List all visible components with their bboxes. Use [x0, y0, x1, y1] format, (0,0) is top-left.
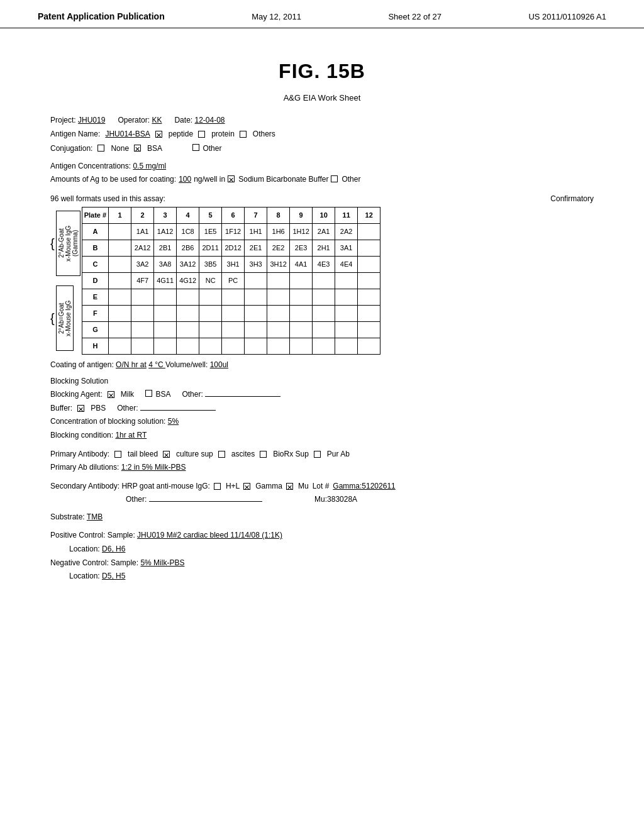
row-label-H: H	[82, 338, 108, 354]
peptide-checkbox[interactable]	[155, 131, 162, 138]
col-header-3: 3	[154, 207, 177, 223]
cell-E-9	[290, 289, 313, 305]
neg-sample-value: 5% Milk-PBS	[140, 558, 184, 567]
pbs-label: PBS	[91, 402, 106, 416]
ascites-checkbox[interactable]	[218, 451, 225, 458]
cell-F-9	[290, 305, 313, 321]
row-label-E: E	[82, 289, 108, 305]
coating-volume: 100ul	[210, 360, 228, 369]
cell-A-2: 1A1	[131, 223, 154, 240]
milk-checkbox[interactable]	[108, 391, 114, 398]
header-publication: Patent Application Publication	[38, 11, 165, 21]
others-checkbox[interactable]	[240, 131, 247, 138]
sodium-bicarb-label: Sodium Bicarbonate Buffer	[238, 173, 328, 185]
cell-E-6	[222, 289, 245, 305]
pos-sample-value: JHU019 M#2 cardiac bleed 11/14/08 (1:1K)	[137, 531, 282, 540]
col-header-12: 12	[358, 207, 380, 223]
cell-F-10	[313, 305, 335, 321]
antigen-block: Antigen Concentrations: 0.5 mg/ml Amount…	[50, 160, 594, 185]
cell-A-6: 1F12	[222, 223, 245, 240]
hl-checkbox[interactable]	[214, 483, 221, 490]
cell-C-3: 3A8	[154, 256, 177, 272]
cell-F-12	[358, 305, 380, 321]
lot-value: Gamma:51202611	[333, 480, 395, 494]
cell-D-11	[335, 272, 358, 289]
col-header-plate: Plate #	[82, 207, 108, 223]
purab-checkbox[interactable]	[314, 451, 321, 458]
cell-E-1	[109, 289, 131, 305]
none-label: None	[111, 142, 129, 155]
operator-label: Operator: KK	[118, 114, 162, 126]
culture-checkbox[interactable]	[163, 451, 170, 458]
cell-F-1	[109, 305, 131, 321]
protein-label: protein	[211, 128, 235, 140]
cell-H-7	[245, 338, 267, 354]
cell-D-2: 4F7	[131, 272, 154, 289]
other-label: Other	[203, 144, 221, 153]
substrate-label: Substrate:	[50, 512, 85, 521]
row-label-A: A	[82, 223, 108, 240]
col-header-11: 11	[335, 207, 358, 223]
neg-location-value: D5, H5	[102, 572, 125, 580]
cell-B-1	[109, 240, 131, 256]
table-row: H	[82, 338, 380, 354]
header-sheet: Sheet 22 of 27	[388, 12, 441, 21]
gamma-checkbox[interactable]	[243, 483, 250, 490]
blocking-condition-label: Blocking condition:	[50, 431, 113, 440]
ascites-label: ascites	[231, 448, 255, 462]
protein-checkbox[interactable]	[198, 131, 205, 138]
mu-label: Mu	[298, 480, 309, 494]
bsa-checkbox[interactable]	[134, 145, 141, 152]
plate-table-container: { 2°Ab-Goatx-Mouse IgG (Gamma) { 2°Ab=Go…	[50, 207, 594, 355]
bottom-section: Coating of antigen: O/N hr at 4 °C Volum…	[50, 358, 594, 584]
mu-checkbox[interactable]	[286, 483, 293, 490]
confirmatory-label: Confirmatory	[550, 194, 594, 203]
cell-D-4: 4G12	[177, 272, 199, 289]
cell-E-7	[245, 289, 267, 305]
cell-H-3	[154, 338, 177, 354]
cell-H-12	[358, 338, 380, 354]
none-checkbox[interactable]	[97, 145, 104, 152]
cell-C-2: 3A2	[131, 256, 154, 272]
pbs-checkbox[interactable]	[77, 405, 84, 412]
cell-G-9	[290, 321, 313, 338]
blocking-bsa-checkbox[interactable]	[145, 390, 152, 397]
sodium-bicarb-checkbox[interactable]	[228, 175, 235, 182]
other-checkbox[interactable]	[192, 144, 199, 151]
cell-C-8: 3H12	[267, 256, 290, 272]
blocking-condition-value: 1hr at RT	[115, 431, 147, 440]
cell-B-8: 2E2	[267, 240, 290, 256]
coating-value: 100	[179, 173, 191, 185]
other-coating-checkbox[interactable]	[331, 175, 338, 182]
row-label-C: C	[82, 256, 108, 272]
col-header-2: 2	[131, 207, 154, 223]
biorx-checkbox[interactable]	[260, 451, 267, 458]
other-coating-label: Other	[341, 173, 360, 185]
plate-table: Plate # 1 2 3 4 5 6 7 8 9 10 11 12 A1A11…	[82, 207, 380, 355]
tail-checkbox[interactable]	[114, 451, 121, 458]
cell-E-8	[267, 289, 290, 305]
cell-G-3	[154, 321, 177, 338]
pos-sample-label: Sample:	[108, 531, 135, 540]
cell-C-9: 4A1	[290, 256, 313, 272]
cell-C-7: 3H3	[245, 256, 267, 272]
cell-E-10	[313, 289, 335, 305]
secondary-other-value	[149, 501, 262, 502]
col-header-9: 9	[290, 207, 313, 223]
conjugation-label: Conjugation:	[50, 142, 92, 155]
cell-B-12	[358, 240, 380, 256]
col-header-5: 5	[199, 207, 222, 223]
cell-B-9: 2E3	[290, 240, 313, 256]
cell-A-1	[109, 223, 131, 240]
cell-F-7	[245, 305, 267, 321]
table-row: E	[82, 289, 380, 305]
cell-C-11: 4E4	[335, 256, 358, 272]
cell-D-12	[358, 272, 380, 289]
cell-E-2	[131, 289, 154, 305]
cell-A-5: 1E5	[199, 223, 222, 240]
cell-D-7	[245, 272, 267, 289]
cell-H-1	[109, 338, 131, 354]
table-row: C3A23A83A123B53H13H33H124A14E34E4	[82, 256, 380, 272]
project-value: JHU019	[78, 116, 105, 124]
row-label-D: D	[82, 272, 108, 289]
